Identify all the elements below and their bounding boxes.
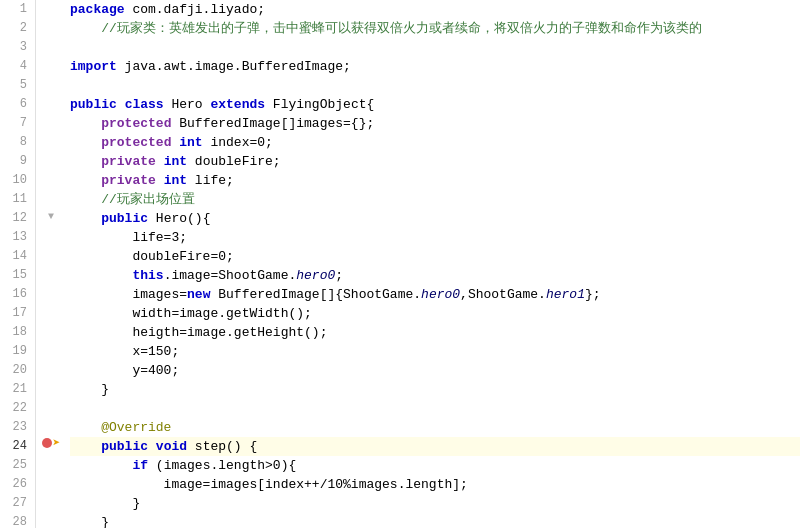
superclass-name: FlyingObject{ (265, 95, 374, 114)
gutter-9 (36, 151, 66, 170)
fold-arrow-12: ▼ (48, 211, 54, 222)
indent-25 (70, 456, 132, 475)
ln-13: 13 (8, 228, 27, 247)
gutter-25 (36, 453, 66, 472)
stmt-x: x=150; (70, 342, 179, 361)
ln-9: 9 (8, 152, 27, 171)
ln-20: 20 (8, 361, 27, 380)
annotation-override: @Override (70, 418, 171, 437)
keyword-protected-8: protected (101, 133, 171, 152)
gutter-17 (36, 302, 66, 321)
ln-14: 14 (8, 247, 27, 266)
code-line-5 (70, 76, 800, 95)
ln-5: 5 (8, 76, 27, 95)
space-7: BufferedImage[]images={}; (171, 114, 374, 133)
breakpoint-icon-24 (42, 438, 52, 448)
ln-27: 27 (8, 494, 27, 513)
gutter-6 (36, 94, 66, 113)
debug-arrow-icon: ➤ (53, 437, 61, 450)
code-line-3 (70, 38, 800, 57)
keyword-private-9: private (101, 152, 156, 171)
gutter-8 (36, 132, 66, 151)
closing-brace-27: } (70, 494, 140, 513)
code-line-28: } (70, 513, 800, 528)
indent-8 (70, 133, 101, 152)
ln-12: 12 (8, 209, 27, 228)
gutter-16 (36, 283, 66, 302)
ln-15: 15 (8, 266, 27, 285)
code-line-8: protected int index=0; (70, 133, 800, 152)
comment-2: //玩家类：英雄发出的子弹，击中蜜蜂可以获得双倍火力或者续命，将双倍火力的子弹数… (70, 19, 702, 38)
indent-9 (70, 152, 101, 171)
keyword-int-10: int (164, 171, 187, 190)
comma-16: ,ShootGame. (460, 285, 546, 304)
if-condition: (images.length>0){ (148, 456, 296, 475)
code-line-20: y=400; (70, 361, 800, 380)
var-index: index=0; (203, 133, 273, 152)
code-line-12: public Hero(){ (70, 209, 800, 228)
ln-17: 17 (8, 304, 27, 323)
code-line-10: private int life; (70, 171, 800, 190)
ln-4: 4 (8, 57, 27, 76)
space-10 (156, 171, 164, 190)
code-line-13: life=3; (70, 228, 800, 247)
semicolon-15: ; (335, 266, 343, 285)
hero0-ref-16: hero0 (421, 285, 460, 304)
stmt-height: heigth=image.getHeight(); (70, 323, 327, 342)
keyword-void: void (156, 437, 187, 456)
code-line-18: heigth=image.getHeight(); (70, 323, 800, 342)
ln-26: 26 (8, 475, 27, 494)
keyword-this: this (132, 266, 163, 285)
gutter-7 (36, 113, 66, 132)
code-content: package com.dafji.liyado; //玩家类：英雄发出的子弹，… (66, 0, 800, 528)
gutter: ▼ ➤ (36, 0, 66, 528)
keyword-class: class (125, 95, 164, 114)
ln-10: 10 (8, 171, 27, 190)
code-line-6: public class Hero extends FlyingObject{ (70, 95, 800, 114)
method-step: step() { (187, 437, 257, 456)
gutter-19 (36, 339, 66, 358)
ln-8: 8 (8, 133, 27, 152)
ln-16: 16 (8, 285, 27, 304)
stmt-array-access: image=images[index++/10%images.length]; (70, 475, 468, 494)
code-editor: 1 2 3 4 5 6 7 8 9 10 11 12 13 14 15 16 1… (0, 0, 800, 528)
keyword-protected-7: protected (101, 114, 171, 133)
stmt-life: life=3; (70, 228, 187, 247)
keyword-public-24: public (101, 437, 148, 456)
code-line-7: protected BufferedImage[]images={}; (70, 114, 800, 133)
keyword-public-12: public (101, 209, 148, 228)
code-line-11: //玩家出场位置 (70, 190, 800, 209)
stmt-images: BufferedImage[]{ShootGame. (210, 285, 421, 304)
indent-10 (70, 171, 101, 190)
space-9 (156, 152, 164, 171)
keyword-public-6: public (70, 95, 117, 114)
code-line-14: doubleFire=0; (70, 247, 800, 266)
gutter-20 (36, 358, 66, 377)
closing-brace-28: } (70, 513, 109, 528)
ln-23: 23 (8, 418, 27, 437)
var-life: life; (187, 171, 234, 190)
ln-28: 28 (8, 513, 27, 528)
space-6a (117, 95, 125, 114)
code-line-27: } (70, 494, 800, 513)
code-line-19: x=150; (70, 342, 800, 361)
stmt-image: .image=ShootGame. (164, 266, 297, 285)
code-line-2: //玩家类：英雄发出的子弹，击中蜜蜂可以获得双倍火力或者续命，将双倍火力的子弹数… (70, 19, 800, 38)
gutter-13 (36, 226, 66, 245)
var-doublefire: doubleFire; (187, 152, 281, 171)
import-path: java.awt.image.BufferedImage; (117, 57, 351, 76)
keyword-package: package (70, 0, 125, 19)
ln-22: 22 (8, 399, 27, 418)
hero1-ref: hero1 (546, 285, 585, 304)
gutter-28 (36, 509, 66, 528)
code-line-22 (70, 399, 800, 418)
ln-25: 25 (8, 456, 27, 475)
indent-24 (70, 437, 101, 456)
comment-11: //玩家出场位置 (70, 190, 195, 209)
gutter-24: ➤ (36, 434, 66, 453)
keyword-new: new (187, 285, 210, 304)
gutter-11 (36, 189, 66, 208)
close-16: }; (585, 285, 601, 304)
ln-3: 3 (8, 38, 27, 57)
gutter-12[interactable]: ▼ (36, 207, 66, 226)
